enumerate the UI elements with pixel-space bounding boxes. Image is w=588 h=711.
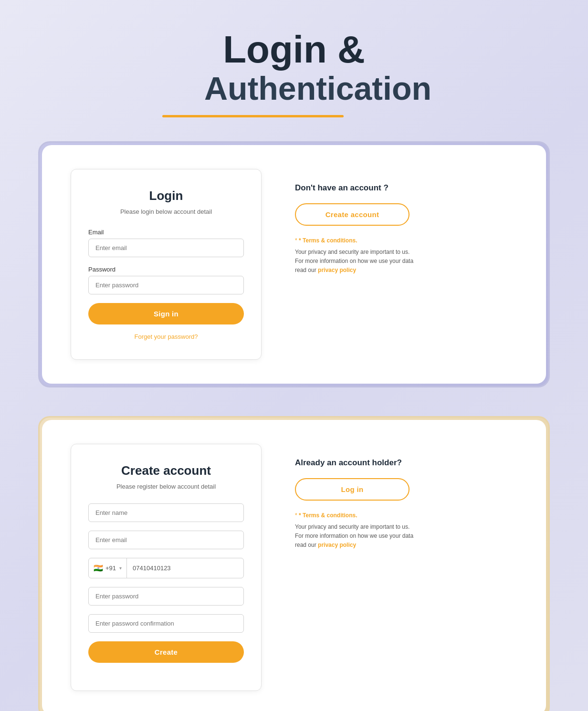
create-account-button[interactable]: Create account — [295, 203, 410, 226]
header-title-line2: Authentication — [86, 71, 550, 106]
login-right-question: Don't have an account ? — [295, 183, 517, 193]
login-form-subtitle: Please login below account detail — [88, 208, 244, 215]
register-form-subtitle: Please register below account detail — [88, 483, 244, 490]
register-email-input[interactable] — [88, 531, 244, 549]
phone-row: 🇮🇳 +91 ▾ — [88, 558, 244, 578]
register-name-input[interactable] — [88, 503, 244, 522]
phone-prefix: +91 — [105, 565, 116, 572]
register-privacy-link[interactable]: privacy policy — [318, 542, 356, 548]
register-form-title: Create account — [88, 463, 244, 478]
register-card-outer: Create account Please register below acc… — [38, 416, 550, 711]
register-confirm-password-input[interactable] — [88, 614, 244, 633]
login-terms-link[interactable]: * Terms & conditions. — [299, 237, 357, 244]
register-privacy-text: Your privacy and security are important … — [295, 523, 419, 550]
forgot-password-link[interactable]: Forget your password? — [88, 333, 244, 340]
phone-flag-prefix: 🇮🇳 +91 ▾ — [89, 558, 127, 578]
phone-number-input[interactable] — [127, 559, 243, 577]
register-right-panel: Already an account holder? Log in * * Te… — [281, 444, 517, 550]
flag-icon: 🇮🇳 — [94, 564, 103, 573]
register-card-inner: Create account Please register below acc… — [42, 420, 546, 711]
create-button[interactable]: Create — [88, 641, 244, 663]
login-email-input[interactable] — [88, 239, 244, 257]
email-label: Email — [88, 229, 244, 236]
register-right-question: Already an account holder? — [295, 458, 517, 468]
header-title-line1: Login & — [38, 29, 550, 71]
register-password-input[interactable] — [88, 587, 244, 606]
login-right-panel: Don't have an account ? Create account *… — [281, 169, 517, 275]
login-card-inner: Login Please login below account detail … — [42, 145, 546, 384]
register-form-panel: Create account Please register below acc… — [71, 444, 262, 691]
login-form-title: Login — [88, 188, 244, 203]
login-form-panel: Login Please login below account detail … — [71, 169, 262, 360]
register-terms-link[interactable]: * Terms & conditions. — [299, 512, 357, 519]
login-button[interactable]: Log in — [295, 478, 410, 501]
header-underline — [162, 115, 344, 117]
page-header: Login & Authentication — [38, 29, 550, 117]
login-card-outer: Login Please login below account detail … — [38, 141, 550, 387]
login-terms-line: * * Terms & conditions. — [295, 237, 517, 244]
register-terms-line: * * Terms & conditions. — [295, 512, 517, 519]
login-privacy-link[interactable]: privacy policy — [318, 267, 356, 273]
signin-button[interactable]: Sign in — [88, 303, 244, 324]
password-label: Password — [88, 266, 244, 273]
login-password-input[interactable] — [88, 276, 244, 294]
login-privacy-text: Your privacy and security are important … — [295, 248, 419, 275]
